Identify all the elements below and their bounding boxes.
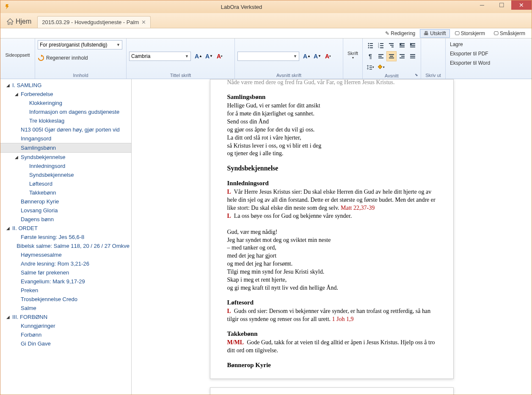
svg-rect-24 — [389, 54, 394, 55]
home-tab[interactable]: Hjem — [2, 15, 36, 28]
tree-item[interactable]: ◢Syndsbekjennelse — [0, 153, 131, 162]
bullets-button[interactable] — [365, 40, 375, 50]
svg-text:3: 3 — [378, 47, 379, 48]
tree-item[interactable]: Bønnerop Kyrie — [0, 197, 131, 206]
tree-item[interactable]: Bibelsk salme: Salme 118, 20 / 26 / 27 O… — [0, 241, 131, 250]
font-grow-button-2[interactable]: A▲ — [302, 51, 312, 61]
multilevel-button[interactable] — [386, 40, 397, 50]
line-spacing-button[interactable]: ▾ — [365, 62, 375, 72]
tree-item-label: Syndsbekjennelse — [21, 154, 66, 160]
tree-item[interactable]: Høymessesalme — [0, 250, 131, 259]
close-button[interactable]: ✕ — [511, 0, 532, 10]
sideoppsett-button[interactable]: Sideoppsett — [3, 40, 32, 70]
document-preview[interactable]: Nåde være med dere og fred fra Gud, vår … — [132, 79, 532, 395]
close-tab-icon[interactable]: ✕ — [141, 19, 146, 25]
tree-item[interactable]: Lovsang Gloria — [0, 206, 131, 215]
svg-rect-23 — [378, 58, 383, 58]
tree-item[interactable]: Preken — [0, 286, 131, 295]
tree-item[interactable]: Første lesning: Jes 56,6-8 — [0, 233, 131, 241]
svg-rect-9 — [380, 45, 383, 46]
tree-item[interactable]: Inngangsord — [0, 134, 131, 143]
regenerate-button[interactable]: Regenerer innhold — [38, 55, 124, 61]
dialog-launcher-icon[interactable]: ⬊ — [415, 73, 420, 78]
maximize-button[interactable]: ☐ — [492, 0, 511, 10]
mode-storskjerm[interactable]: 🖵Storskjerm — [451, 29, 489, 38]
indent-increase-button[interactable] — [408, 40, 418, 50]
group-label-innhold: Innhold — [38, 72, 124, 78]
tree-item[interactable]: Salme — [0, 304, 131, 313]
export-pdf-button[interactable]: Eksporter til PDF — [448, 49, 529, 58]
tree-item[interactable]: Innledningsord — [0, 162, 131, 170]
tree-item[interactable]: Klokkeringing — [0, 99, 131, 107]
tree-item[interactable]: Dagens bønn — [0, 215, 131, 224]
numbering-button[interactable]: 123 — [376, 40, 386, 50]
tree-item-label: Evangelium: Mark 9,17-29 — [21, 278, 85, 285]
align-right-button[interactable] — [397, 51, 407, 61]
tree-item[interactable]: ◢Forberedelse — [0, 90, 131, 99]
paragraph-font-combo[interactable]: ▼ — [237, 52, 299, 61]
tree-item[interactable]: Takkebønn — [0, 188, 131, 197]
page-next — [210, 387, 454, 395]
tree-item[interactable]: Tre klokkeslag — [0, 116, 131, 125]
tree-item-label: Gi Din Gave — [21, 340, 51, 347]
align-left-button[interactable] — [376, 51, 386, 61]
indent-decrease-button[interactable] — [397, 40, 407, 50]
mode-smaskjerm[interactable]: 🖵Småskjerm — [490, 29, 529, 38]
tree-item[interactable]: Trosbekjennelse Credo — [0, 295, 131, 304]
expander-icon: ◢ — [15, 155, 20, 159]
skrift-button[interactable]: Skrift ▾ — [346, 40, 360, 70]
tree-item[interactable]: Salme før prekenen — [0, 268, 131, 277]
document-tab[interactable]: 2015.03.29 - Hovedgudstjeneste - Palm ✕ — [37, 16, 151, 28]
tree-item[interactable]: Kunngjøringer — [0, 321, 131, 330]
chevron-down-icon: ▼ — [185, 54, 189, 58]
tree-item-label: Forberedelse — [21, 91, 53, 97]
font-color-button[interactable]: A▾ — [215, 51, 225, 61]
minimize-button[interactable]: ─ — [472, 0, 492, 10]
align-justify-button[interactable] — [408, 51, 418, 61]
tree-item[interactable]: ◢II. ORDET — [0, 224, 131, 233]
mode-utskrift[interactable]: 🖶Utskrift — [420, 29, 449, 38]
tree-item[interactable]: Gi Din Gave — [0, 339, 131, 348]
heading-innledning: Innledningsord — [227, 179, 436, 187]
preset-combo[interactable]: For prest/organist (fullstendig)▼ — [38, 40, 122, 49]
svg-rect-25 — [390, 56, 393, 57]
tree-item-label: Bønnerop Kyrie — [21, 198, 59, 205]
tree-item-label: Salme — [21, 305, 36, 311]
tree-item[interactable]: Samlingsbønn — [0, 143, 131, 153]
font-combo[interactable]: Cambria▼ — [129, 52, 191, 61]
mode-redigering[interactable]: ✎Redigering — [381, 29, 419, 38]
shading-button[interactable]: ▾ — [376, 62, 386, 72]
tree-item[interactable]: ◢III. FORBØNN — [0, 313, 131, 321]
export-word-button[interactable]: Eksporter til Word — [448, 59, 529, 67]
align-center-button[interactable] — [386, 51, 397, 61]
pencil-icon: ✎ — [385, 30, 389, 36]
outline-tree[interactable]: ◢I. SAMLING◢ForberedelseKlokkeringingInf… — [0, 79, 132, 395]
heading-samlingsbonn: Samlingsbønn — [227, 93, 436, 101]
svg-rect-17 — [400, 47, 405, 47]
font-grow-button[interactable]: A▲ — [193, 51, 204, 61]
tree-item-label: Forbønn — [21, 332, 41, 338]
lagre-button[interactable]: Lagre — [448, 40, 529, 49]
tree-item-label: I. SAMLING — [12, 82, 41, 88]
svg-rect-3 — [370, 45, 373, 46]
svg-rect-32 — [410, 58, 415, 58]
tree-item[interactable]: Andre lesning: Rom 3,21-26 — [0, 259, 131, 268]
font-color-button-2[interactable]: A▾ — [323, 51, 333, 61]
chevron-down-icon: ▾ — [352, 56, 354, 60]
tree-item[interactable]: ◢I. SAMLING — [0, 81, 131, 90]
tree-item-label: Lovsang Gloria — [21, 207, 58, 214]
tree-item-label: Høymessesalme — [21, 252, 62, 258]
tree-item-label: Trosbekjennelse Credo — [21, 296, 77, 302]
font-shrink-button-2[interactable]: A▼ — [312, 51, 323, 61]
tree-item[interactable]: Syndsbekjennelse — [0, 170, 131, 179]
tree-item[interactable]: Evangelium: Mark 9,17-29 — [0, 277, 131, 286]
tree-item[interactable]: Informasjon om dagens gudstjeneste — [0, 107, 131, 116]
tree-item[interactable]: Løftesord — [0, 179, 131, 188]
tree-item-label: Klokkeringing — [29, 100, 62, 106]
svg-rect-1 — [370, 43, 373, 44]
font-shrink-button[interactable]: A▼ — [204, 51, 214, 61]
tree-item[interactable]: Forbønn — [0, 330, 131, 339]
tree-item[interactable]: N13 005I Gjør døren høy, gjør porten vid — [0, 125, 131, 134]
document-tab-label: 2015.03.29 - Hovedgudstjeneste - Palm — [42, 19, 139, 25]
paragraph-mark-button[interactable]: ¶ — [365, 51, 375, 61]
